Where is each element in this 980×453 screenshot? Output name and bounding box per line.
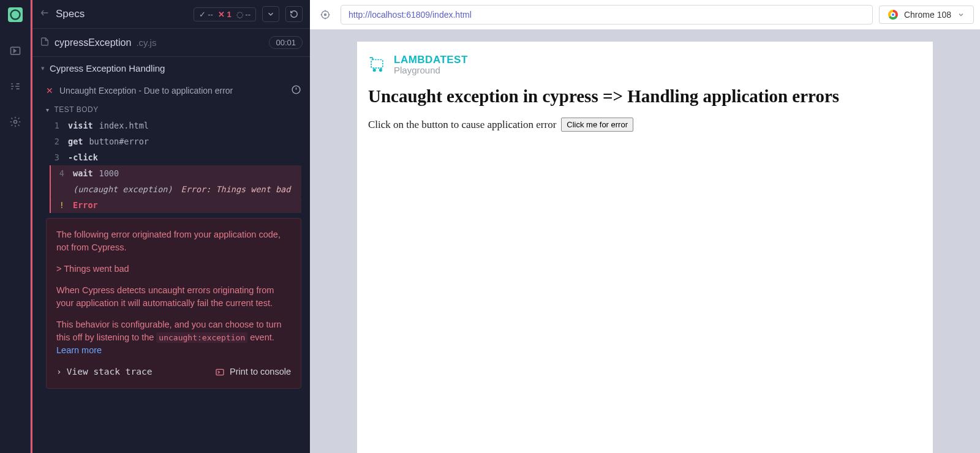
svg-point-8 bbox=[373, 68, 376, 71]
error-message: > Things went bad bbox=[56, 263, 291, 275]
suite-row[interactable]: ▾ Cypress Exception Handling bbox=[32, 57, 310, 80]
page-heading: Uncaught exception in cypress => Handlin… bbox=[368, 86, 922, 107]
aut-viewport: LAMBDATEST Playground Uncaught exception… bbox=[310, 29, 980, 453]
spec-file-row[interactable]: cypressException .cy.js 00:01 bbox=[32, 29, 310, 57]
suite-title: Cypress Exception Handling bbox=[50, 63, 165, 73]
lambdatest-logo: LAMBDATEST Playground bbox=[368, 54, 922, 75]
test-body-label[interactable]: ▾ TEST BODY bbox=[32, 102, 310, 118]
command-row[interactable]: 2 get button#error bbox=[46, 133, 301, 149]
collapse-icon[interactable] bbox=[40, 8, 50, 20]
error-text: When Cypress detects uncaught errors ori… bbox=[56, 284, 291, 310]
aut-area: http://localhost:61809/index.html Chrome… bbox=[310, 0, 980, 453]
command-row[interactable]: 3 -click bbox=[46, 149, 301, 165]
error-row[interactable]: ! Error bbox=[51, 197, 301, 213]
url-bar[interactable]: http://localhost:61809/index.html bbox=[341, 5, 873, 24]
test-title: Uncaught Exception - Due to application … bbox=[59, 86, 233, 95]
rerun-button[interactable] bbox=[285, 6, 303, 22]
stats-box: ✓ -- ✕ 1 ◌ -- bbox=[194, 7, 256, 21]
command-row[interactable]: 1 visit index.html bbox=[46, 118, 301, 133]
browser-selector[interactable]: Chrome 108 bbox=[879, 6, 974, 24]
svg-point-2 bbox=[13, 121, 17, 124]
logo-text-1: LAMBDATEST bbox=[394, 54, 468, 66]
failed-count: ✕ 1 bbox=[218, 10, 232, 19]
view-stack-trace-button[interactable]: › View stack trace bbox=[56, 365, 152, 378]
command-row[interactable]: 4 wait 1000 bbox=[51, 165, 301, 181]
error-button[interactable]: Click me for error bbox=[561, 118, 633, 132]
cart-icon bbox=[368, 54, 389, 75]
app-page: LAMBDATEST Playground Uncaught exception… bbox=[357, 42, 933, 453]
file-icon bbox=[40, 37, 50, 49]
chevron-down-icon: ▾ bbox=[41, 64, 45, 72]
debug-icon[interactable] bbox=[9, 80, 22, 93]
logo-text-2: Playground bbox=[394, 65, 468, 75]
svg-point-0 bbox=[10, 10, 20, 20]
pending-count: ◌ -- bbox=[236, 10, 251, 19]
svg-rect-7 bbox=[371, 59, 383, 68]
next-test-button[interactable] bbox=[262, 6, 279, 22]
nav-rail bbox=[0, 0, 31, 453]
exception-row[interactable]: (uncaught exception) Error: Things went … bbox=[51, 181, 301, 197]
panel-title: Specs bbox=[56, 8, 187, 20]
fail-icon: ✕ bbox=[46, 86, 53, 95]
chrome-icon bbox=[888, 10, 898, 20]
runs-icon[interactable] bbox=[9, 44, 22, 58]
svg-point-9 bbox=[379, 68, 382, 71]
error-box: The following error originated from your… bbox=[46, 218, 301, 389]
aut-toolbar: http://localhost:61809/index.html Chrome… bbox=[310, 0, 980, 29]
passed-count: ✓ -- bbox=[199, 10, 213, 19]
svg-point-6 bbox=[325, 14, 326, 16]
warning-icon[interactable] bbox=[291, 84, 301, 97]
learn-more-link[interactable]: Learn more bbox=[56, 345, 102, 355]
command-log: 1 visit index.html 2 get button#error 3 … bbox=[32, 118, 310, 213]
error-text: This behavior is configurable, and you c… bbox=[56, 318, 291, 357]
code-snippet: uncaught:exception bbox=[156, 332, 247, 343]
reporter-panel: Specs ✓ -- ✕ 1 ◌ -- cypressException .cy… bbox=[31, 0, 310, 453]
spec-timer: 00:01 bbox=[269, 36, 303, 49]
chevron-down-icon: ▾ bbox=[46, 107, 50, 113]
settings-icon[interactable] bbox=[9, 115, 22, 129]
print-console-button[interactable]: Print to console bbox=[215, 365, 291, 378]
spec-file-name: cypressException bbox=[55, 37, 131, 48]
panel-header: Specs ✓ -- ✕ 1 ◌ -- bbox=[32, 0, 310, 29]
page-prompt: Click on the button to cause application… bbox=[368, 119, 556, 131]
chevron-right-icon: › bbox=[56, 365, 62, 378]
test-row[interactable]: ✕ Uncaught Exception - Due to applicatio… bbox=[32, 80, 310, 102]
cypress-logo[interactable] bbox=[8, 7, 23, 22]
spec-file-ext: .cy.js bbox=[136, 37, 156, 48]
selector-playground-button[interactable] bbox=[316, 6, 334, 24]
error-text: The following error originated from your… bbox=[56, 228, 291, 254]
